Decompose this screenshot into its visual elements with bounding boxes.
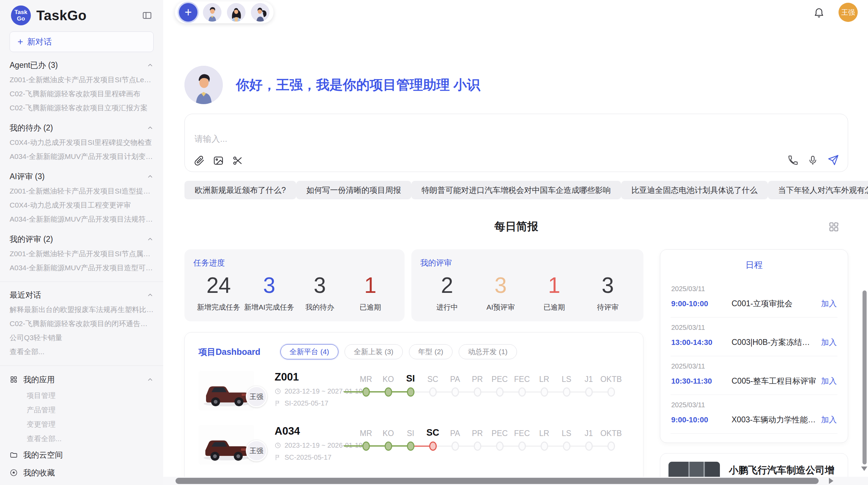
- filter-pill[interactable]: 动总开发 (1): [459, 344, 517, 359]
- section-header[interactable]: 我的评审 (2): [10, 233, 154, 245]
- recent-chat-item[interactable]: 解释最新出台的欧盟报废车法规再生塑料比例被调至15%...: [10, 302, 154, 316]
- milestone-label: J1: [584, 425, 593, 438]
- filter-pill[interactable]: 年型 (2): [409, 344, 453, 359]
- my-review-card: 我的评审 2 进行中 3 AI预评审: [411, 249, 643, 321]
- sidebar-list-item[interactable]: Z001-全新燃油皮卡产品开发项目SI节点Lesson Learn报告: [10, 73, 154, 87]
- event-join-link[interactable]: 加入: [821, 337, 837, 348]
- milestone-label: FEC: [514, 425, 530, 438]
- suggestion-chip[interactable]: 比亚迪全固态电池计划具体说了什么: [621, 181, 768, 199]
- sidebar-section-my-review: 我的评审 (2) Z001-全新燃油轻卡产品开发项目SI节点属性5D文件评审A0…: [10, 233, 154, 275]
- milestone-label: PA: [450, 371, 460, 384]
- recent-chat-item[interactable]: 公司Q3轻卡销量: [10, 331, 154, 345]
- stat-value: 3: [244, 270, 295, 301]
- sidebar-list-item[interactable]: Z001-全新燃油轻卡产品开发项目SI造型提交物评审: [10, 184, 154, 198]
- filter-pill[interactable]: 全新上装 (3): [345, 344, 403, 359]
- sidebar-list-item[interactable]: C02-飞腾新能源轻客改款项目里程碑画布: [10, 87, 154, 101]
- suggestion-chip[interactable]: 如何写一份清晰的项目周报: [296, 181, 411, 199]
- agent-avatar-1[interactable]: [203, 3, 221, 22]
- project-dates: 2023-12-19 ~ 2027-01-19: [275, 387, 353, 395]
- recent-chat-item[interactable]: 查看全部...: [10, 345, 154, 359]
- sidebar-list-item[interactable]: C02-飞腾新能源轻客改款项目立项汇报方案: [10, 101, 154, 115]
- layout-grid-icon[interactable]: [828, 221, 839, 232]
- milestone-dot: [607, 387, 615, 397]
- notification-bell-icon[interactable]: [813, 7, 825, 18]
- chevron-up-icon: [147, 173, 154, 180]
- agent-avatar-3[interactable]: [251, 3, 269, 22]
- vertical-scrollbar-thumb[interactable]: [863, 290, 867, 464]
- recent-chat-item[interactable]: C02-飞腾新能源轻客改款项目的闭环通告反馈情况: [10, 316, 154, 331]
- suggestion-chip[interactable]: 特朗普可能对进口汽车增税会对中国车企造成哪些影响: [411, 181, 621, 199]
- view-all-schedule-link[interactable]: 查看所有日程: [671, 443, 837, 443]
- send-icon[interactable]: [827, 154, 839, 166]
- schedule-event[interactable]: 2025/03/11 13:00-14:30 C003|H0B-方案冻结评审 加…: [671, 318, 837, 356]
- sidebar-list-item[interactable]: A034-全新新能源MUV产品开发项目造型可行性评审: [10, 261, 154, 275]
- cloud-folder-icon: [10, 451, 18, 459]
- event-join-link[interactable]: 加入: [821, 414, 837, 425]
- milestone-dot: [385, 387, 392, 397]
- section-header[interactable]: 我的待办 (2): [10, 122, 154, 134]
- mic-icon[interactable]: [807, 155, 818, 166]
- section-header[interactable]: AI评审 (3): [10, 170, 154, 183]
- phone-icon[interactable]: [787, 155, 798, 166]
- milestone-label: SC: [427, 371, 438, 384]
- project-row[interactable]: 王强 A034 2023-12-19 ~ 2026-01-19 SC-2025-…: [198, 425, 629, 468]
- project-row[interactable]: 王强 Z001 2023-12-19 ~ 2027-01-19 SI-2025-…: [198, 371, 629, 413]
- suggestion-chip[interactable]: 当下年轻人对汽车外观有怎样的喜好趋势: [768, 181, 868, 199]
- input-actions: [787, 154, 839, 166]
- app-title: TaskGo: [36, 8, 87, 23]
- chat-input-card[interactable]: 请输入...: [184, 114, 848, 172]
- schedule-event[interactable]: 2025/03/11 9:00-10:00 C001-立项审批会 加入: [671, 279, 837, 318]
- filter-pill[interactable]: 全新平台 (4): [280, 344, 339, 359]
- event-join-link[interactable]: 加入: [821, 376, 837, 386]
- stat-label: 已逾期: [345, 302, 396, 312]
- sidebar-item-favorites[interactable]: 我的收藏: [10, 464, 154, 482]
- milestone-dot: [474, 387, 481, 397]
- horizontal-scrollbar-thumb[interactable]: [176, 478, 819, 484]
- chat-input-placeholder[interactable]: 请输入...: [194, 133, 838, 145]
- milestone-dot: [518, 442, 526, 451]
- scroll-right-arrow-icon[interactable]: [829, 478, 833, 484]
- sidebar-item-my-apps[interactable]: 我的应用: [10, 371, 154, 388]
- chevron-up-icon: [147, 376, 154, 383]
- app-link-item[interactable]: 项目管理: [27, 388, 154, 403]
- sidebar-list-item[interactable]: C0X4-动力总成开发项目工程变更评审: [10, 198, 154, 212]
- milestone-label: SI: [406, 371, 415, 384]
- project-name: A034: [275, 425, 353, 437]
- section-title: 我的评审 (2): [10, 234, 53, 245]
- sidebar-item-cloud-space[interactable]: 我的云空间: [10, 446, 154, 464]
- sidebar-list-item[interactable]: A034-全新新能源MUV产品开发项目计划变更表编写: [10, 149, 154, 163]
- milestone-label: MR: [360, 371, 372, 384]
- add-conversation-button[interactable]: +: [179, 3, 197, 22]
- app-link-item[interactable]: 产品管理: [27, 403, 154, 417]
- assistant-avatar: [184, 66, 223, 104]
- my-review-title: 我的评审: [420, 258, 635, 268]
- milestone-dot: [362, 442, 370, 451]
- horizontal-scrollbar[interactable]: [163, 477, 868, 485]
- project-dates: 2023-12-19 ~ 2026-01-19: [275, 442, 353, 449]
- section-header[interactable]: 最近对话: [10, 289, 154, 301]
- scroll-down-arrow-icon[interactable]: [861, 467, 867, 471]
- image-icon[interactable]: [213, 155, 224, 166]
- suggestion-chip[interactable]: 欧洲新规最近颁布了什么?: [184, 181, 296, 199]
- scissors-icon[interactable]: [232, 155, 243, 166]
- milestone-dot: [407, 442, 414, 451]
- schedule-event[interactable]: 2025/03/11 9:00-10:00 X003-车辆动力学性能验... 加…: [671, 395, 837, 434]
- app-link-item[interactable]: 查看全部...: [27, 432, 154, 446]
- sidebar-list-item[interactable]: A034-全新新能源MUV产品开发项目法规符合性评审: [10, 212, 154, 226]
- event-time: 13:00-14:30: [671, 338, 732, 347]
- schedule-event[interactable]: 2025/03/11 10:30-11:30 C005-整车工程目标评审 加入: [671, 356, 837, 395]
- sidebar-list-item[interactable]: Z001-全新燃油轻卡产品开发项目SI节点属性5D文件评审: [10, 247, 154, 261]
- milestone-label: OKTB: [600, 425, 622, 438]
- agent-avatar-2[interactable]: [227, 3, 245, 22]
- project-info: Z001 2023-12-19 ~ 2027-01-19 SI-2025-05-…: [275, 371, 353, 413]
- user-avatar[interactable]: 王强: [839, 3, 858, 22]
- new-chat-button[interactable]: + 新对话: [10, 32, 154, 52]
- section-header[interactable]: Agent已办 (3): [10, 59, 154, 71]
- stat-item: 1 已逾期: [345, 270, 396, 312]
- sidebar-list-item[interactable]: C0X4-动力总成开发项目SI里程碑提交物检查: [10, 135, 154, 149]
- paperclip-icon[interactable]: [194, 155, 205, 166]
- app-link-item[interactable]: 变更管理: [27, 417, 154, 432]
- event-join-link[interactable]: 加入: [821, 298, 837, 309]
- stat-label: 我的待办: [294, 302, 345, 312]
- sidebar-collapse-icon[interactable]: [142, 10, 152, 21]
